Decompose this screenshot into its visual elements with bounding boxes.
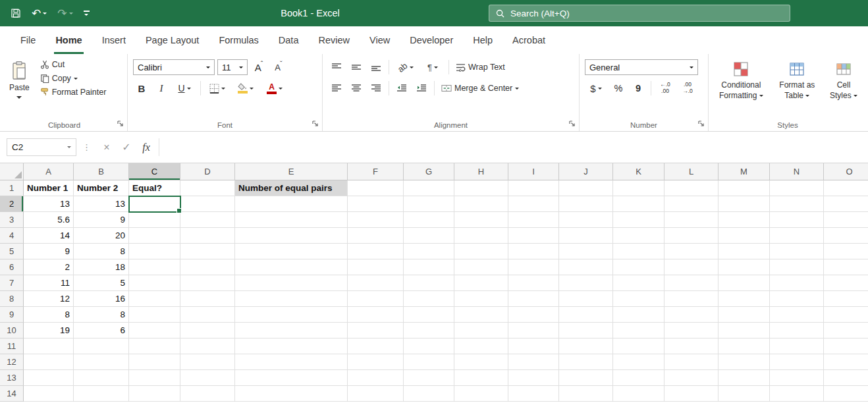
cell-F4[interactable] <box>348 228 404 244</box>
cell-G1[interactable] <box>404 180 454 196</box>
cell-O7[interactable] <box>824 275 868 291</box>
cell-H7[interactable] <box>454 275 508 291</box>
cell-N11[interactable] <box>770 338 824 354</box>
column-header-B[interactable]: B <box>74 163 129 180</box>
row-header-4[interactable]: 4 <box>0 228 24 244</box>
cell-O9[interactable] <box>824 307 868 323</box>
cell-K5[interactable] <box>613 244 665 259</box>
cell-K2[interactable] <box>613 196 665 212</box>
cell-D9[interactable] <box>180 307 235 323</box>
cell-I8[interactable] <box>508 291 559 307</box>
cell-A13[interactable] <box>24 370 74 386</box>
cell-B6[interactable]: 18 <box>74 259 129 275</box>
cell-K1[interactable] <box>613 180 665 196</box>
cell-M6[interactable] <box>719 259 770 275</box>
cell-N4[interactable] <box>770 228 824 244</box>
cell-C6[interactable] <box>129 259 180 275</box>
cell-L12[interactable] <box>665 354 719 370</box>
cell-C1[interactable]: Equal? <box>129 180 180 196</box>
insert-function-button[interactable]: fx <box>136 142 156 153</box>
cell-D3[interactable] <box>180 212 235 228</box>
column-header-K[interactable]: K <box>613 163 665 180</box>
row-header-1[interactable]: 1 <box>0 180 24 196</box>
cell-A12[interactable] <box>24 354 74 370</box>
row-header-7[interactable]: 7 <box>0 275 24 291</box>
cell-B1[interactable]: Number 2 <box>74 180 129 196</box>
cell-O2[interactable] <box>824 196 868 212</box>
font-color-button[interactable]: A <box>261 80 288 96</box>
cell-M14[interactable] <box>719 386 770 402</box>
cell-H1[interactable] <box>454 180 508 196</box>
cell-C12[interactable] <box>129 354 180 370</box>
cell-N14[interactable] <box>770 386 824 402</box>
cell-K8[interactable] <box>613 291 665 307</box>
cell-A5[interactable]: 9 <box>24 244 74 259</box>
cancel-button[interactable]: × <box>97 142 117 153</box>
tab-developer[interactable]: Developer <box>400 26 463 54</box>
cell-B2[interactable]: 13 <box>74 196 129 212</box>
tab-insert[interactable]: Insert <box>92 26 136 54</box>
cell-I6[interactable] <box>508 259 559 275</box>
cell-K9[interactable] <box>613 307 665 323</box>
cell-J4[interactable] <box>559 228 613 244</box>
text-direction-dropdown-icon[interactable] <box>434 67 438 68</box>
cell-O1[interactable] <box>824 180 868 196</box>
cell-E5[interactable] <box>235 244 348 259</box>
cell-H5[interactable] <box>454 244 508 259</box>
cell-J12[interactable] <box>559 354 613 370</box>
row-header-3[interactable]: 3 <box>0 212 24 228</box>
column-header-N[interactable]: N <box>770 163 824 180</box>
underline-button[interactable]: U <box>173 80 196 96</box>
merge-center-dropdown-icon[interactable] <box>515 88 519 90</box>
orientation-dropdown-icon[interactable] <box>410 67 414 68</box>
cell-A14[interactable] <box>24 386 74 402</box>
tab-review[interactable]: Review <box>308 26 360 54</box>
cell-B4[interactable]: 20 <box>74 228 129 244</box>
cell-L11[interactable] <box>665 338 719 354</box>
cell-C10[interactable] <box>129 323 180 338</box>
cell-A11[interactable] <box>24 338 74 354</box>
paste-dropdown-icon[interactable] <box>16 96 22 99</box>
cell-A8[interactable]: 12 <box>24 291 74 307</box>
column-header-A[interactable]: A <box>24 163 74 180</box>
cell-C11[interactable] <box>129 338 180 354</box>
cell-I5[interactable] <box>508 244 559 259</box>
cell-J2[interactable] <box>559 196 613 212</box>
cell-L14[interactable] <box>665 386 719 402</box>
cell-K4[interactable] <box>613 228 665 244</box>
tab-formulas[interactable]: Formulas <box>209 26 268 54</box>
cell-H6[interactable] <box>454 259 508 275</box>
clipboard-dialog-launcher-icon[interactable] <box>117 120 124 128</box>
cell-E1[interactable]: Number of equal pairs <box>235 180 348 196</box>
cell-styles-button[interactable]: Cell Styles <box>826 59 861 118</box>
cell-I3[interactable] <box>508 212 559 228</box>
text-direction-button[interactable]: ¶ <box>421 59 445 75</box>
cell-F10[interactable] <box>348 323 404 338</box>
cell-J14[interactable] <box>559 386 613 402</box>
cell-K7[interactable] <box>613 275 665 291</box>
cell-I13[interactable] <box>508 370 559 386</box>
cell-J10[interactable] <box>559 323 613 338</box>
row-header-10[interactable]: 10 <box>0 323 24 338</box>
cell-I10[interactable] <box>508 323 559 338</box>
undo-button[interactable]: ↶ <box>32 8 47 19</box>
cell-G8[interactable] <box>404 291 454 307</box>
merge-center-button[interactable]: Merge & Center <box>439 82 522 94</box>
column-header-H[interactable]: H <box>454 163 508 180</box>
row-header-12[interactable]: 12 <box>0 354 24 370</box>
cell-H8[interactable] <box>454 291 508 307</box>
cell-G2[interactable] <box>404 196 454 212</box>
cell-D13[interactable] <box>180 370 235 386</box>
tab-home[interactable]: Home <box>45 26 92 54</box>
cell-I7[interactable] <box>508 275 559 291</box>
font-name-combobox[interactable]: Calibri <box>133 59 215 75</box>
cell-K13[interactable] <box>613 370 665 386</box>
cell-O3[interactable] <box>824 212 868 228</box>
cell-K10[interactable] <box>613 323 665 338</box>
cell-N6[interactable] <box>770 259 824 275</box>
cell-A10[interactable]: 19 <box>24 323 74 338</box>
cell-L1[interactable] <box>665 180 719 196</box>
redo-button[interactable]: ↷ <box>57 8 72 19</box>
cell-E6[interactable] <box>235 259 348 275</box>
cell-F12[interactable] <box>348 354 404 370</box>
